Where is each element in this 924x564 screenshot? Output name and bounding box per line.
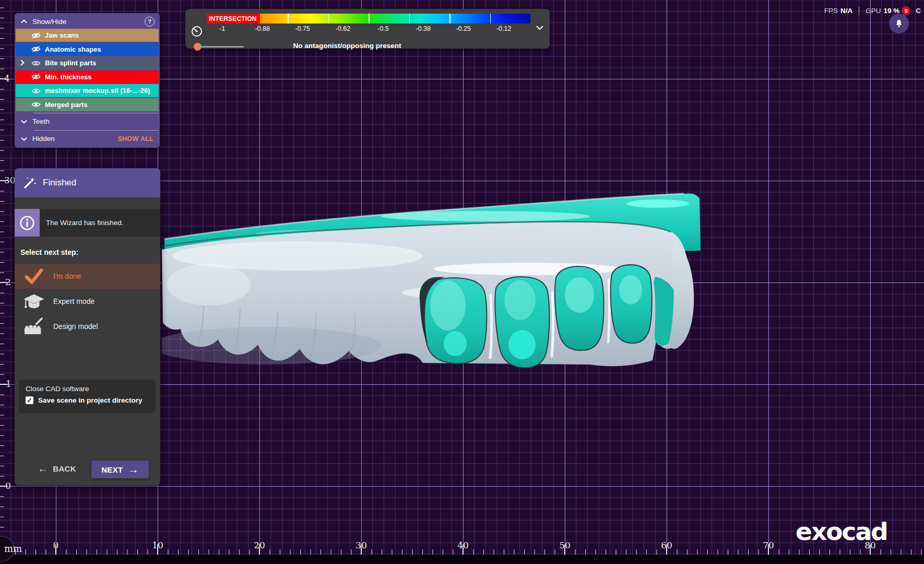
eye-icon[interactable] <box>31 60 41 67</box>
x-ruler-label: 80 <box>864 540 876 550</box>
magic-wand-icon <box>23 176 37 190</box>
layer-label: Jaw scans <box>45 31 79 39</box>
status-bar: FPS N/A GPU 19 % 9 C <box>824 6 921 15</box>
status-separator <box>859 7 859 15</box>
notification-badge[interactable]: 9 <box>902 6 910 15</box>
y-ruler-label: 1 <box>6 379 11 389</box>
wizard-options: I'm done Expert mode <box>15 264 160 339</box>
x-ruler-label: 30 <box>356 540 367 550</box>
hidden-group-row[interactable]: Hidden SHOW ALL <box>15 132 160 146</box>
eye-icon[interactable] <box>31 101 41 108</box>
y-ruler-label: 2 <box>5 277 11 287</box>
threshold-slider-track[interactable] <box>200 46 244 48</box>
layer-row-min-thickness[interactable]: Min. thickness <box>16 70 159 84</box>
x-ruler-label: 60 <box>661 540 672 550</box>
collapse-chevron-icon[interactable] <box>536 26 543 30</box>
eye-icon[interactable] <box>31 87 41 95</box>
teeth-group-label: Teeth <box>32 118 153 125</box>
show-all-button[interactable]: SHOW ALL <box>117 135 153 143</box>
info-icon-cell <box>15 209 40 237</box>
hidden-group-label: Hidden <box>32 135 117 143</box>
eye-off-icon[interactable] <box>31 45 41 53</box>
gradient-tick <box>449 14 451 24</box>
model-3d-view[interactable] <box>162 188 705 371</box>
y-ruler-label: 30 <box>4 175 16 185</box>
fps-value: N/A <box>840 7 852 15</box>
x-ruler-label: 0 <box>53 540 59 550</box>
option-design-model[interactable]: Design model <box>15 314 160 339</box>
wizard-info-row: The Wizard has finished. <box>15 209 160 237</box>
wizard-prompt: Select next step: <box>20 248 78 256</box>
chevron-right-icon[interactable] <box>20 60 25 66</box>
option-expert-mode[interactable]: Expert mode <box>15 289 160 314</box>
show-hide-header[interactable]: Show/Hide ? <box>15 13 160 29</box>
y-ruler-label: 4 <box>4 73 10 84</box>
option-label: I'm done <box>53 272 81 280</box>
save-scene-checkbox-row[interactable]: Save scene in project directory <box>26 396 156 404</box>
intersection-tick-labels: -1 -0.88 -0.75 -0.62 -0.5 -0.38 -0.25 -0… <box>207 25 530 33</box>
divider <box>33 113 159 113</box>
back-button[interactable]: BACK <box>38 463 76 475</box>
wizard-title: Finished <box>43 178 76 188</box>
option-im-done[interactable]: I'm done <box>15 264 160 289</box>
wizard-panel: Finished The Wizard has finished. Select… <box>15 168 160 486</box>
tick-label: -0.75 <box>295 25 310 32</box>
graduation-cap-icon <box>15 292 53 310</box>
help-icon[interactable]: ? <box>145 17 155 27</box>
design-model-icon <box>15 317 53 336</box>
tick-label: -0.38 <box>416 25 431 32</box>
layer-label: Anatomic shapes <box>45 45 101 53</box>
option-label: Expert mode <box>53 297 94 306</box>
teeth-group-row[interactable]: Teeth <box>15 115 160 128</box>
layer-row-merged-parts[interactable]: Merged parts <box>16 98 159 111</box>
save-scene-label: Save scene in project directory <box>38 396 143 404</box>
layer-label: Bite splint parts <box>45 59 96 67</box>
gauge-icon[interactable] <box>191 26 203 37</box>
layer-label: Merged parts <box>45 101 88 109</box>
antagonist-status-text: No antagonist/opposing present <box>264 42 431 50</box>
notification-bell-button[interactable] <box>889 14 909 33</box>
layer-row-anatomic-shapes[interactable]: Anatomic shapes <box>16 43 159 56</box>
info-icon <box>19 215 35 231</box>
layer-label: Min. thickness <box>45 73 92 81</box>
layer-row-jaw-scans[interactable]: Jaw scans <box>16 29 159 42</box>
x-ruler-label: 10 <box>152 540 163 550</box>
divider <box>33 130 159 131</box>
show-hide-title: Show/Hide <box>32 18 145 26</box>
x-ruler-label: 20 <box>254 540 265 550</box>
tick-label: -0.25 <box>456 25 471 32</box>
bell-icon <box>894 19 904 29</box>
wizard-header: Finished <box>15 168 160 197</box>
x-ruler-label: 70 <box>763 540 774 550</box>
exocad-app-window: { "show_hide": { "title": "Show/Hide", "… <box>0 0 924 564</box>
gradient-tick <box>490 14 491 24</box>
ruler-unit-label: mm <box>4 543 22 554</box>
option-label: Design model <box>53 322 98 331</box>
viewport-bottom-edge <box>0 555 924 564</box>
eye-off-icon[interactable] <box>31 32 41 39</box>
gradient-tick <box>369 14 370 24</box>
next-button[interactable]: NEXT <box>91 461 149 478</box>
tick-label: -1 <box>219 25 225 32</box>
close-cad-groupbox: Close CAD software Save scene in project… <box>19 380 156 413</box>
checkbox-checked-icon[interactable] <box>26 396 33 404</box>
clipped-edge-text: C <box>916 7 921 15</box>
chevron-up-icon <box>21 19 27 24</box>
chevron-down-icon <box>21 120 27 124</box>
intersection-gradient-bar: INTERSECTION <box>207 14 530 24</box>
gradient-tick <box>328 14 329 24</box>
eye-off-icon[interactable] <box>31 73 41 80</box>
y-ruler-label: 0 <box>5 480 11 491</box>
chevron-down-icon <box>21 137 27 141</box>
fps-label: FPS <box>824 7 838 15</box>
tick-label: -0.88 <box>255 25 270 32</box>
x-ruler-label: 50 <box>559 540 571 550</box>
gradient-tick <box>288 14 289 24</box>
layer-row-meshmixer-mockup[interactable]: meshmixer mockup.stl (16-...-26) <box>16 84 159 97</box>
gpu-label: GPU <box>866 7 881 15</box>
wizard-buttons: BACK NEXT <box>15 461 160 479</box>
tick-label: -0.12 <box>496 25 512 32</box>
layer-row-bite-splint-parts[interactable]: Bite splint parts <box>16 56 159 69</box>
layer-label: meshmixer mockup.stl (16-...-26) <box>45 87 150 95</box>
check-icon <box>15 267 53 285</box>
